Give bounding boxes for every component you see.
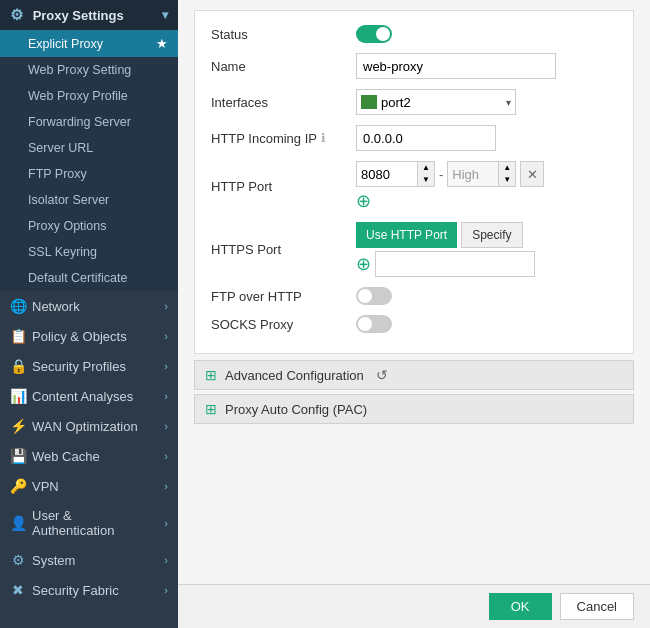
sidebar-item-web-proxy-setting[interactable]: Web Proxy Setting <box>0 57 178 83</box>
sidebar-item-explicit-proxy[interactable]: Explicit Proxy ★ <box>0 30 178 57</box>
http-port-section: ▲ ▼ - ▲ ▼ ✕ <box>356 161 544 212</box>
use-http-port-btn[interactable]: Use HTTP Port <box>356 222 457 248</box>
http-port-high-spinners: ▲ ▼ <box>498 162 515 186</box>
lock-icon: 🔒 <box>10 358 26 374</box>
sidebar-item-user-authentication[interactable]: 👤 User &Authentication › <box>0 501 178 545</box>
cancel-button[interactable]: Cancel <box>560 593 634 620</box>
user-icon: 👤 <box>10 515 26 531</box>
sidebar-item-system[interactable]: ⚙ System › <box>0 545 178 575</box>
chevron-right-icon: › <box>164 450 168 462</box>
interfaces-select-wrap: port2 ▾ <box>356 89 516 115</box>
explicit-proxy-label: Explicit Proxy <box>28 37 103 51</box>
http-port-input-wrap: ▲ ▼ <box>356 161 435 187</box>
sidebar-item-security-profiles[interactable]: 🔒 Security Profiles › <box>0 351 178 381</box>
network-icon: 🌐 <box>10 298 26 314</box>
http-incoming-ip-row: HTTP Incoming IP ℹ <box>211 125 617 151</box>
status-row: Status <box>211 25 617 43</box>
proxy-auto-config-label: Proxy Auto Config (PAC) <box>225 402 367 417</box>
dash-separator: - <box>439 167 443 182</box>
sidebar-scroll: Explicit Proxy ★ Web Proxy Setting Web P… <box>0 30 178 628</box>
status-label: Status <box>211 27 356 42</box>
sidebar-item-vpn[interactable]: 🔑 VPN › <box>0 471 178 501</box>
http-port-remove-btn[interactable]: ✕ <box>520 161 544 187</box>
http-port-add-btn[interactable]: ⊕ <box>356 190 371 212</box>
https-port-section: Use HTTP Port Specify ⊕ <box>356 222 535 277</box>
disk-icon: 💾 <box>10 448 26 464</box>
sidebar-item-web-cache[interactable]: 💾 Web Cache › <box>0 441 178 471</box>
sidebar-item-security-fabric[interactable]: ✖ Security Fabric › <box>0 575 178 605</box>
interfaces-label: Interfaces <box>211 95 356 110</box>
sidebar-item-server-url[interactable]: Server URL <box>0 135 178 161</box>
chevron-right-icon: › <box>164 420 168 432</box>
name-input[interactable] <box>356 53 556 79</box>
info-icon[interactable]: ℹ <box>321 131 326 145</box>
chevron-right-icon: › <box>164 330 168 342</box>
chevron-right-icon: › <box>164 584 168 596</box>
http-port-row: HTTP Port ▲ ▼ - <box>211 161 617 212</box>
http-incoming-ip-input[interactable] <box>356 125 496 151</box>
sidebar-item-ssl-keyring[interactable]: SSL Keyring <box>0 239 178 265</box>
http-port-spinners: ▲ ▼ <box>417 162 434 186</box>
proxy-auto-config-section[interactable]: ⊞ Proxy Auto Config (PAC) <box>194 394 634 424</box>
interfaces-select[interactable]: port2 ▾ <box>356 89 516 115</box>
http-port-add-row: ⊕ <box>356 190 544 212</box>
http-port-high-input[interactable] <box>448 162 498 186</box>
ok-button[interactable]: OK <box>489 593 552 620</box>
form-area: Status Name Interfaces port2 ▾ <box>178 0 650 584</box>
sidebar-item-default-certificate[interactable]: Default Certificate <box>0 265 178 291</box>
ftp-over-http-label: FTP over HTTP <box>211 289 356 304</box>
proxy-form: Status Name Interfaces port2 ▾ <box>194 10 634 354</box>
sidebar-header[interactable]: ⚙ Proxy Settings ▾ <box>0 0 178 30</box>
chevron-right-icon: › <box>164 554 168 566</box>
main-panel: Status Name Interfaces port2 ▾ <box>178 0 650 628</box>
https-port-buttons: Use HTTP Port Specify <box>356 222 535 248</box>
sidebar-item-network[interactable]: 🌐 Network › <box>0 291 178 321</box>
sidebar-item-wan-optimization[interactable]: ⚡ WAN Optimization › <box>0 411 178 441</box>
gear-icon: ⚙ <box>10 6 23 23</box>
expand-icon2: ⊞ <box>205 401 217 417</box>
chevron-right-icon: › <box>164 360 168 372</box>
policy-icon: 📋 <box>10 328 26 344</box>
http-port-input[interactable] <box>357 162 417 186</box>
sidebar-item-proxy-options[interactable]: Proxy Options <box>0 213 178 239</box>
specify-btn[interactable]: Specify <box>461 222 522 248</box>
socks-proxy-row: SOCKS Proxy <box>211 315 617 333</box>
name-row: Name <box>211 53 617 79</box>
sidebar-title: Proxy Settings <box>33 8 124 23</box>
interfaces-value: port2 <box>381 95 502 110</box>
http-port-label: HTTP Port <box>211 179 356 194</box>
sidebar-item-forwarding-server[interactable]: Forwarding Server <box>0 109 178 135</box>
chevron-down-icon: ▾ <box>162 8 168 22</box>
http-port-down-btn[interactable]: ▼ <box>418 174 434 186</box>
http-port-high-wrap: ▲ ▼ <box>447 161 516 187</box>
advanced-config-label: Advanced Configuration <box>225 368 364 383</box>
ftp-over-http-toggle[interactable] <box>356 287 392 305</box>
https-port-add-btn[interactable]: ⊕ <box>356 253 371 275</box>
ftp-over-http-row: FTP over HTTP <box>211 287 617 305</box>
https-port-row: HTTPS Port Use HTTP Port Specify ⊕ <box>211 222 617 277</box>
http-port-high-up-btn[interactable]: ▲ <box>499 162 515 174</box>
sidebar-item-ftp-proxy[interactable]: FTP Proxy <box>0 161 178 187</box>
footer: OK Cancel <box>178 584 650 628</box>
http-port-up-btn[interactable]: ▲ <box>418 162 434 174</box>
interfaces-row: Interfaces port2 ▾ <box>211 89 617 115</box>
http-port-high-down-btn[interactable]: ▼ <box>499 174 515 186</box>
sidebar-item-content-analyses[interactable]: 📊 Content Analyses › <box>0 381 178 411</box>
http-port-inputs: ▲ ▼ - ▲ ▼ ✕ <box>356 161 544 187</box>
chart-icon: 📊 <box>10 388 26 404</box>
chevron-right-icon: › <box>164 480 168 492</box>
https-port-input[interactable] <box>375 251 535 277</box>
status-toggle[interactable] <box>356 25 392 43</box>
sidebar-item-web-proxy-profile[interactable]: Web Proxy Profile <box>0 83 178 109</box>
socks-proxy-toggle[interactable] <box>356 315 392 333</box>
fabric-icon: ✖ <box>10 582 26 598</box>
sidebar-item-isolator-server[interactable]: Isolator Server <box>0 187 178 213</box>
sidebar-item-policy-objects[interactable]: 📋 Policy & Objects › <box>0 321 178 351</box>
star-icon: ★ <box>156 36 168 51</box>
advanced-config-section[interactable]: ⊞ Advanced Configuration ↺ <box>194 360 634 390</box>
http-incoming-ip-label: HTTP Incoming IP ℹ <box>211 131 356 146</box>
chevron-right-icon: › <box>164 300 168 312</box>
vpn-icon: 🔑 <box>10 478 26 494</box>
reset-icon[interactable]: ↺ <box>376 367 388 383</box>
expand-icon: ⊞ <box>205 367 217 383</box>
